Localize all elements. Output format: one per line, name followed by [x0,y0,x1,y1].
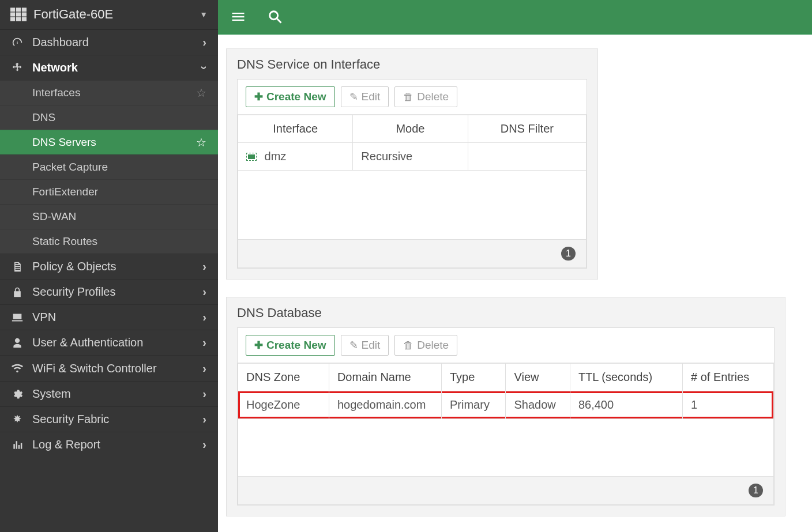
chevron-right-icon: › [202,361,206,375]
create-new-button[interactable]: ✚ Create New [246,335,335,356]
cell-mode: Recursive [353,143,468,171]
col-type[interactable]: Type [442,364,506,391]
sidebar-item-fortiextender[interactable]: FortiExtender [0,179,218,204]
col-filter[interactable]: DNS Filter [468,115,586,143]
search-button[interactable] [266,8,284,25]
trash-icon: 🗑 [403,91,413,103]
sidebar-item-fabric[interactable]: Security Fabric › [0,406,218,432]
delete-button[interactable]: 🗑 Delete [394,86,457,107]
table-footer: 1 [238,240,587,268]
sidebar-item-security[interactable]: Security Profiles › [0,279,218,304]
sidebar-item-log[interactable]: Log & Report › [0,432,218,457]
cell-filter [468,143,586,171]
edit-button[interactable]: ✎ Edit [341,86,389,107]
col-ttl[interactable]: TTL (seconds) [570,364,682,391]
sidebar-item-dns[interactable]: DNS [0,105,218,130]
col-entries[interactable]: # of Entries [683,364,774,391]
svg-rect-2 [22,7,27,12]
pencil-icon: ✎ [349,90,358,103]
plus-icon: ✚ [254,339,263,352]
sidebar-item-system[interactable]: System › [0,381,218,406]
edit-button[interactable]: ✎ Edit [341,335,389,356]
svg-rect-7 [16,17,21,21]
sidebar-item-label: SD-WAN [32,210,76,223]
sidebar: FortiGate-60E ▼ Dashboard › Network › In… [0,0,218,532]
sidebar-item-label: WiFi & Switch Controller [32,361,157,375]
sidebar-item-packet-capture[interactable]: Packet Capture [0,154,218,179]
panel-title: DNS Service on Interface [227,49,597,79]
svg-rect-1 [16,7,21,12]
button-label: Edit [362,339,381,352]
row-count-badge: 1 [749,484,763,497]
service-table: Interface Mode DNS Filter dmz Recursive [238,115,587,268]
dns-service-panel: DNS Service on Interface ✚ Create New ✎ … [226,48,598,280]
table-empty-space [238,419,774,477]
col-zone[interactable]: DNS Zone [238,364,329,391]
cell-entries: 1 [683,391,774,419]
gear-icon [10,388,24,400]
sidebar-item-label: DNS [32,111,55,124]
svg-rect-3 [10,13,15,17]
svg-rect-6 [10,17,15,21]
table-header-row: DNS Zone Domain Name Type View TTL (seco… [238,364,774,391]
col-domain[interactable]: Domain Name [329,364,441,391]
sidebar-item-label: Network [32,61,78,74]
svg-rect-0 [10,7,15,12]
interface-name: dmz [265,150,287,163]
gauge-icon [10,36,24,49]
sidebar-item-dashboard[interactable]: Dashboard › [0,29,218,55]
sidebar-item-vpn[interactable]: VPN › [0,304,218,330]
sidebar-item-interfaces[interactable]: Interfaces [0,80,218,105]
col-mode[interactable]: Mode [353,115,468,143]
sidebar-item-label: Dashboard [32,36,89,49]
nav: Dashboard › Network › Interfaces DNS DNS… [0,29,218,532]
sidebar-item-static-routes[interactable]: Static Routes [0,229,218,254]
sidebar-item-sdwan[interactable]: SD-WAN [0,204,218,229]
bar-chart-icon [10,439,24,451]
sidebar-item-user[interactable]: User & Authentication › [0,330,218,355]
topbar [218,0,812,35]
sidebar-item-dns-servers[interactable]: DNS Servers [0,130,218,154]
row-count-badge: 1 [561,247,576,261]
chevron-right-icon: › [202,336,206,349]
button-label: Edit [362,90,381,103]
table-empty-space [238,171,587,240]
wifi-icon [10,362,24,375]
chevron-right-icon: › [202,311,206,324]
menu-toggle[interactable] [230,8,247,25]
sidebar-item-label: FortiExtender [32,186,98,198]
sidebar-item-label: Security Profiles [32,285,116,299]
delete-button[interactable]: 🗑 Delete [394,335,457,356]
sidebar-item-policy[interactable]: Policy & Objects › [0,254,218,279]
col-interface[interactable]: Interface [238,115,353,143]
sidebar-item-network[interactable]: Network › [0,55,218,80]
device-selector[interactable]: FortiGate-60E ▼ [0,0,218,29]
table-row[interactable]: dmz Recursive [238,143,587,171]
sidebar-item-wifi[interactable]: WiFi & Switch Controller › [0,355,218,381]
cell-zone: HogeZone [238,391,329,419]
button-label: Delete [417,339,449,352]
database-table: DNS Zone Domain Name Type View TTL (seco… [238,363,774,505]
content: DNS Service on Interface ✚ Create New ✎ … [218,35,812,532]
svg-rect-5 [22,13,27,17]
chevron-right-icon: › [202,260,206,273]
table-footer: 1 [238,477,774,505]
chevron-right-icon: › [202,36,206,49]
chevron-right-icon: › [202,413,206,426]
fortigate-logo-icon [10,7,27,21]
cell-ttl: 86,400 [570,391,682,419]
panel-body: ✚ Create New ✎ Edit 🗑 Delete [237,327,775,505]
table-row[interactable]: HogeZone hogedomain.com Primary Shadow 8… [238,391,774,419]
pencil-icon: ✎ [349,339,358,352]
svg-line-10 [277,19,281,23]
svg-rect-8 [22,17,27,21]
dns-database-panel: DNS Database ✚ Create New ✎ Edit 🗑 Delet… [226,297,785,516]
col-view[interactable]: View [506,364,570,391]
move-icon [10,62,24,74]
sidebar-item-label: Policy & Objects [32,260,116,273]
caret-down-icon: ▼ [200,10,208,19]
sidebar-item-label: DNS Servers [32,136,96,149]
create-new-button[interactable]: ✚ Create New [246,86,335,107]
panel-title: DNS Database [227,297,785,327]
lock-icon [10,286,24,298]
